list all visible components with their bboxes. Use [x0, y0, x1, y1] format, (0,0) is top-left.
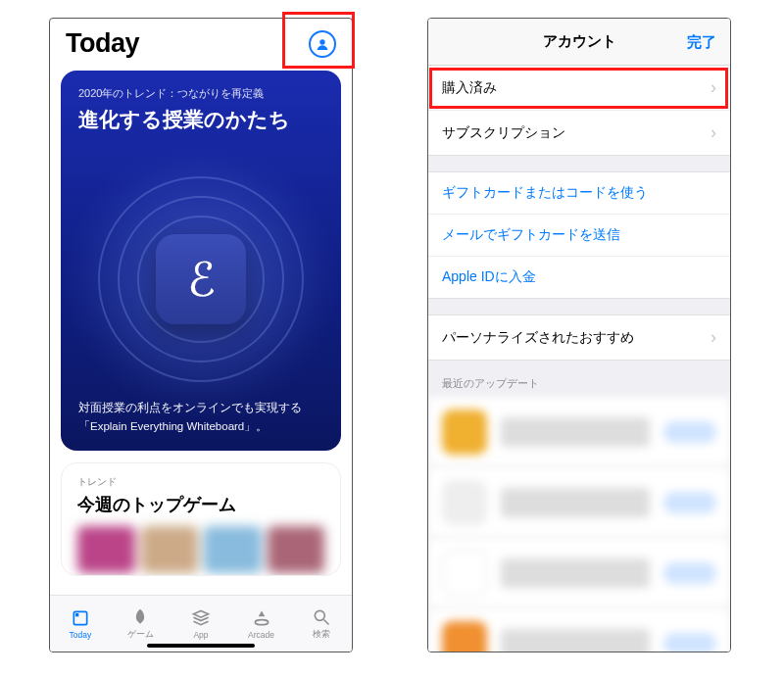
feature-footer-line: 「Explain Everything Whiteboard」。 [78, 417, 323, 437]
update-row[interactable] [428, 397, 730, 467]
rocket-icon [130, 607, 150, 627]
arcade-icon [252, 608, 271, 628]
chevron-right-icon: › [710, 122, 716, 143]
group-purchases: 購入済み › サブスクリプション › [428, 66, 730, 156]
home-indicator[interactable] [147, 644, 255, 648]
tab-label: Arcade [248, 630, 274, 640]
group-personalized: パーソナライズされたおすすめ › [428, 314, 730, 361]
update-button[interactable] [663, 492, 716, 513]
group-gift-funds: ギフトカードまたはコードを使う メールでギフトカードを送信 Apple IDに入… [428, 171, 730, 299]
update-row[interactable] [428, 467, 730, 538]
tab-label: App [193, 630, 208, 640]
feature-card[interactable]: 2020年のトレンド：つながりを再定義 進化する授業のかたち ℰ 対面授業の利点… [61, 71, 341, 451]
row-label: サブスクリプション [442, 124, 565, 142]
row-label: Apple IDに入金 [442, 268, 536, 286]
account-screen: アカウント 完了 購入済み › サブスクリプション › ギフトカードまたはコード… [427, 18, 731, 652]
row-label: ギフトカードまたはコードを使う [442, 184, 648, 202]
svg-point-4 [316, 610, 325, 620]
svg-point-0 [319, 39, 324, 44]
nav-bar: アカウント 完了 [428, 19, 730, 66]
row-send-gift[interactable]: メールでギフトカードを送信 [428, 215, 730, 257]
search-icon [312, 607, 331, 627]
app-glyph: ℰ [187, 252, 216, 307]
app-info [501, 629, 650, 652]
chevron-right-icon: › [710, 77, 716, 98]
feature-footer: 対面授業の利点をオンラインでも実現する 「Explain Everything … [78, 399, 323, 437]
app-info [501, 558, 650, 588]
row-label: 購入済み [442, 79, 497, 97]
update-row[interactable] [428, 608, 730, 652]
trend-card[interactable]: トレンド 今週のトップゲーム [61, 462, 341, 576]
page-title: Today [66, 28, 139, 59]
tab-label: Today [69, 630, 91, 640]
update-button[interactable] [663, 562, 716, 584]
feature-overline: 2020年のトレンド：つながりを再定義 [78, 86, 323, 101]
row-label: パーソナライズされたおすすめ [442, 329, 634, 347]
app-icon-tile: ℰ [156, 234, 246, 324]
account-button[interactable] [309, 30, 336, 58]
row-personalized-recs[interactable]: パーソナライズされたおすすめ › [428, 315, 730, 360]
done-button[interactable]: 完了 [687, 32, 716, 51]
appstore-today-screen: Today 2020年のトレンド：つながりを再定義 進化する授業のかたち ℰ 対… [49, 18, 353, 652]
feature-headline: 進化する授業のかたち [78, 107, 323, 132]
app-icon [442, 621, 487, 652]
row-purchased[interactable]: 購入済み › [428, 66, 730, 111]
feature-footer-line: 対面授業の利点をオンラインでも実現する [78, 399, 323, 418]
app-icon [442, 551, 487, 596]
update-button[interactable] [663, 633, 716, 652]
recent-updates-list [428, 397, 730, 652]
update-button[interactable] [663, 421, 716, 443]
section-header-updates: 最近のアップデート [428, 361, 730, 397]
person-circle-icon [315, 36, 330, 52]
chevron-right-icon: › [710, 327, 716, 348]
row-redeem-code[interactable]: ギフトカードまたはコードを使う [428, 172, 730, 215]
row-add-funds[interactable]: Apple IDに入金 [428, 257, 730, 298]
tab-label: ゲーム [127, 629, 154, 641]
app-icon [442, 410, 487, 455]
app-info [501, 488, 650, 517]
tab-today[interactable]: Today [50, 596, 111, 652]
today-icon [71, 608, 90, 628]
tab-search[interactable]: 検索 [291, 596, 352, 652]
app-info [501, 417, 650, 447]
stack-icon [191, 608, 211, 628]
svg-line-5 [324, 619, 329, 624]
svg-point-3 [255, 619, 268, 624]
app-icon [442, 480, 487, 525]
today-header: Today [50, 19, 352, 65]
trend-thumbnails [77, 526, 324, 573]
row-label: メールでギフトカードを送信 [442, 226, 620, 244]
trend-title: 今週のトップゲーム [77, 493, 324, 516]
trend-overline: トレンド [77, 475, 324, 489]
update-row[interactable] [428, 538, 730, 608]
account-list: 購入済み › サブスクリプション › ギフトカードまたはコードを使う メールでギ… [428, 66, 730, 652]
svg-rect-2 [75, 613, 78, 616]
tab-label: 検索 [313, 629, 330, 641]
nav-title: アカウント [543, 32, 616, 51]
row-subscriptions[interactable]: サブスクリプション › [428, 111, 730, 155]
